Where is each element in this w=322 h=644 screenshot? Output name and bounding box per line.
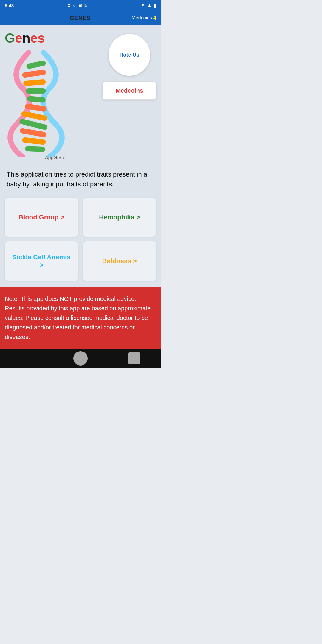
svg-rect-1: [22, 69, 46, 78]
rate-us-button[interactable]: Rate Us: [109, 34, 150, 76]
blood-group-label: Blood Group >: [18, 213, 64, 221]
header-section: Genes: [5, 31, 156, 160]
right-buttons: Rate Us Medcoins: [103, 31, 156, 100]
logo-s: s: [38, 31, 45, 45]
medcoins-btn-label: Medcoins: [116, 87, 143, 94]
logo-area: Genes: [5, 31, 103, 160]
note-banner: Note: This app does NOT provide medical …: [0, 287, 161, 349]
logo-e2: e: [30, 31, 38, 45]
settings-icon: ⚙: [67, 3, 71, 8]
dna-illustration: [5, 47, 67, 157]
home-circle-icon: [73, 351, 88, 366]
hemophilia-label: Hemophilia >: [99, 213, 140, 221]
status-right-icons: ▼ ▲ ▮: [140, 3, 156, 8]
svg-rect-10: [25, 146, 46, 152]
nav-recents-button[interactable]: [122, 346, 146, 368]
status-icons: ⚙ 🛡 ▣ ◎: [67, 3, 87, 8]
svg-rect-3: [26, 88, 46, 94]
sickle-cell-card[interactable]: Sickle Cell Anemia >: [5, 242, 78, 281]
blood-group-card[interactable]: Blood Group >: [5, 198, 78, 237]
app-bar: GENES Medcoins 4: [0, 11, 161, 25]
nav-home-button[interactable]: [69, 346, 92, 368]
svg-rect-9: [22, 137, 46, 145]
wifi-icon: ▼: [140, 3, 145, 8]
medcoins-button[interactable]: Medcoins: [103, 82, 156, 100]
svg-rect-2: [23, 79, 46, 86]
logo-n: n: [22, 31, 30, 45]
battery-icon: ▮: [154, 3, 156, 8]
shield-icon: 🛡: [73, 3, 77, 8]
baldness-card[interactable]: Baldness >: [83, 242, 156, 281]
sim-icon: ▣: [78, 3, 82, 8]
bottom-nav: [0, 349, 161, 368]
nav-back-area: [15, 346, 39, 368]
medcoins-header-label: Medcoins: [132, 15, 152, 21]
rate-us-label: Rate Us: [119, 52, 139, 58]
app-name-logo: Genes: [5, 31, 103, 45]
at-icon: ◎: [84, 3, 87, 8]
status-bar: 5:48 ⚙ 🛡 ▣ ◎ ▼ ▲ ▮: [0, 0, 161, 11]
signal-icon: ▲: [147, 3, 152, 8]
logo-g: G: [5, 31, 15, 45]
note-text: Note: This app does NOT provide medical …: [5, 294, 156, 342]
sickle-cell-label: Sickle Cell Anemia >: [11, 253, 72, 269]
cards-grid: Blood Group > Hemophilia > Sickle Cell A…: [5, 198, 156, 281]
app-description: This application tries to predict traits…: [7, 169, 154, 189]
main-content: Genes: [0, 25, 161, 349]
medcoins-header-count: 4: [153, 15, 156, 21]
baldness-label: Baldness >: [102, 257, 137, 265]
logo-e1: e: [15, 31, 22, 45]
hemophilia-card[interactable]: Hemophilia >: [83, 198, 156, 237]
recents-square-icon: [128, 352, 140, 364]
svg-rect-0: [26, 60, 46, 69]
app-bar-title: GENES: [29, 15, 132, 21]
status-time: 5:48: [5, 3, 14, 8]
